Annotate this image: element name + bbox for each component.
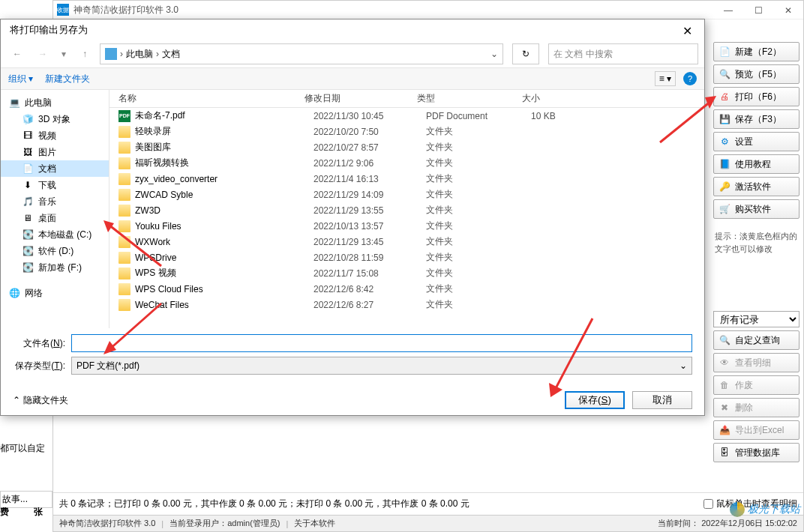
file-type: 文件夹 [426,188,531,201]
file-name: WPSDrive [135,253,314,263]
tree-item[interactable]: 💽新加卷 (F:) [1,259,109,276]
records-filter-select[interactable]: 所有记录 [713,311,800,327]
close-button[interactable]: ✕ [773,1,803,19]
search-input[interactable]: 在 文档 中搜索 [548,43,698,64]
button-icon: 🔍 [718,334,730,346]
maximize-button[interactable]: ☐ [743,1,773,19]
view-mode-icon[interactable]: ≡ ▾ [655,71,676,86]
file-row[interactable]: WPSDrive2022/10/28 11:59文件夹 [110,250,704,265]
minimize-button[interactable]: — [713,1,743,19]
sidebar-button[interactable]: 📄新建（F2） [713,42,800,61]
cancel-button[interactable]: 取消 [632,391,692,409]
file-row[interactable]: Youku Files2022/10/13 13:57文件夹 [110,218,704,234]
status-user-label: 当前登录用户： [170,518,227,529]
file-row[interactable]: WPS 视频2022/11/7 15:08文件夹 [110,265,704,281]
network-icon: 🌐 [8,287,20,299]
sidebar-button[interactable]: 🔍预览（F5） [713,64,800,84]
breadcrumb-item[interactable]: 文档 [162,48,180,61]
dialog-title: 将打印输出另存为 [1,19,704,40]
record-button[interactable]: 🗄管理数据库 [713,443,800,462]
chevron-right-icon[interactable]: › [120,49,123,59]
breadcrumb-item[interactable]: 此电脑 [126,48,153,61]
sidebar-button[interactable]: 📘使用教程 [713,154,800,174]
right-sidebar: 📄新建（F2）🔍预览（F5）🖨打印（F6）💾保存（F3）⚙设置📘使用教程🔑激活软… [713,42,800,465]
watermark-icon [730,502,745,517]
summary-bar: 共 0 条记录；已打印 0 条 0.00 元，其中作废 0 条 0.00 元；未… [53,492,803,515]
button-label: 使用教程 [735,158,771,171]
button-icon: 🗑 [718,379,730,391]
file-row[interactable]: WPS Cloud Files2022/12/6 8:42文件夹 [110,281,704,297]
status-app: 神奇简洁收据打印软件 3.0 [59,518,155,529]
chevron-down-icon: ⌄ [680,360,687,371]
button-label: 管理数据库 [735,447,780,459]
tree-icon: 💽 [22,262,34,273]
button-label: 作废 [735,379,753,392]
file-row[interactable]: 轻映录屏2022/10/20 7:50文件夹 [110,124,704,139]
tree-item[interactable]: 💻此电脑 [1,94,109,111]
tree-item[interactable]: 🖼图片 [1,144,109,160]
sidebar-button[interactable]: 🛒购买软件 [713,199,800,219]
sidebar-button[interactable]: 🔑激活软件 [713,177,800,196]
file-date: 2022/10/13 13:57 [314,221,426,232]
new-folder-button[interactable]: 新建文件夹 [45,73,90,85]
tree-label: 文档 [38,163,56,175]
tree-item[interactable]: 🎵音乐 [1,193,109,210]
file-row[interactable]: ZWCAD Syble2022/11/29 14:09文件夹 [110,187,704,202]
filename-input[interactable] [71,334,692,352]
nav-recent-icon[interactable]: ▾ [58,43,70,64]
file-row[interactable]: ZW3D2022/11/29 13:55文件夹 [110,202,704,218]
col-date[interactable]: 修改日期 [304,92,417,105]
file-type: 文件夹 [426,251,531,264]
file-row[interactable]: 美图图库2022/10/27 8:57文件夹 [110,139,704,155]
tree-item-network[interactable]: 🌐 网络 [1,285,109,301]
chevron-right-icon[interactable]: › [156,49,159,59]
file-row[interactable]: zyx_video_converter2022/11/4 16:13文件夹 [110,171,704,187]
tree-icon: 🖥 [22,212,34,224]
file-type: 文件夹 [426,267,531,279]
save-button[interactable]: 保存(S) [565,391,625,409]
nav-forward-icon[interactable]: → [32,43,53,64]
col-type[interactable]: 类型 [417,92,522,105]
filename-label: 文件名(N): [13,337,65,350]
nav-back-icon[interactable]: ← [7,43,28,64]
record-button: 🗑作废 [713,375,800,395]
checkbox-input[interactable] [704,499,713,509]
status-about[interactable]: 关于本软件 [294,518,335,529]
file-type: 文件夹 [426,220,531,232]
sidebar-button[interactable]: 💾保存（F3） [713,109,800,129]
folder-icon [118,205,130,217]
tree-item[interactable]: 💽本地磁盘 (C:) [1,226,109,243]
col-size[interactable]: 大小 [522,92,582,105]
tree-item[interactable]: 📄文档 [1,160,109,177]
tree-item[interactable]: 💽软件 (D:) [1,243,109,259]
folder-icon [118,189,130,201]
file-date: 2022/11/29 13:55 [314,205,426,216]
tree-item[interactable]: ⬇下载 [1,177,109,193]
button-label: 删除 [735,402,753,414]
tree-item[interactable]: 🖥桌面 [1,210,109,226]
file-row[interactable]: WeChat Files2022/12/6 8:27文件夹 [110,297,704,312]
file-row[interactable]: WXWork2022/11/29 13:45文件夹 [110,234,704,250]
chevron-down-icon[interactable]: ⌄ [490,49,498,59]
nav-up-icon[interactable]: ↑ [74,43,95,64]
file-row[interactable]: PDF未命名-7.pdf2022/11/30 10:45PDF Document… [110,108,704,124]
record-button[interactable]: 🔍自定义查询 [713,330,800,350]
file-row[interactable]: 福昕视频转换2022/11/2 9:06文件夹 [110,155,704,171]
folder-icon [118,126,130,138]
dialog-close-icon[interactable]: ✕ [676,22,698,40]
hide-folders-link[interactable]: ⌃ 隐藏文件夹 [13,394,68,407]
save-as-dialog: 将打印输出另存为 ✕ ← → ▾ ↑ › 此电脑 › 文档 ⌄ ↻ 在 文档 中… [0,19,705,416]
sidebar-button[interactable]: ⚙设置 [713,132,800,151]
organize-menu[interactable]: 组织 ▾ [8,73,33,85]
sidebar-button[interactable]: 🖨打印（F6） [713,87,800,106]
help-icon[interactable]: ? [683,72,697,85]
refresh-button[interactable]: ↻ [512,43,539,64]
filetype-select[interactable]: PDF 文档(*.pdf) ⌄ [71,357,692,375]
tree-item[interactable]: 🧊3D 对象 [1,111,109,127]
file-date: 2022/10/27 8:57 [314,142,426,153]
col-name[interactable]: 名称 [110,92,304,105]
tree-icon: 💽 [22,245,34,257]
button-icon: 👁 [718,357,730,369]
tree-item[interactable]: 🎞视频 [1,127,109,144]
breadcrumb[interactable]: › 此电脑 › 文档 ⌄ [100,43,503,64]
